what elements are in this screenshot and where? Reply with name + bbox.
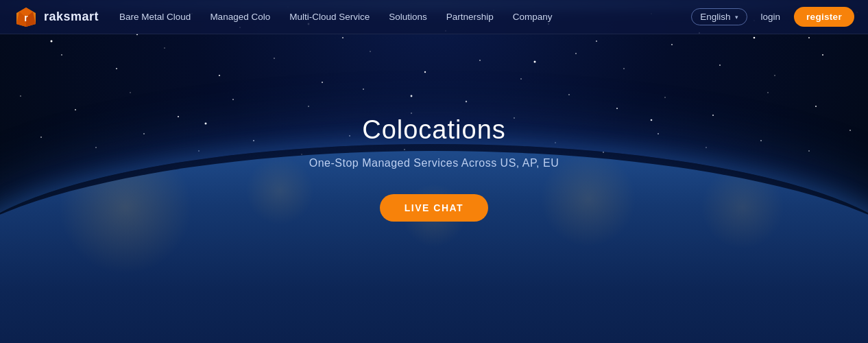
live-chat-button[interactable]: LIVE CHAT — [380, 194, 488, 222]
register-button[interactable]: register — [794, 7, 854, 27]
hero-subtitle: One-Stop Managed Services Across US, AP,… — [309, 157, 559, 169]
logo-area[interactable]: r raksmart — [14, 5, 99, 29]
nav-partnership[interactable]: Partnership — [446, 12, 494, 22]
login-button[interactable]: login — [756, 9, 786, 25]
nav-right: English ▾ login register — [691, 7, 854, 27]
nav-company[interactable]: Company — [513, 12, 553, 22]
nav-solutions[interactable]: Solutions — [389, 12, 427, 22]
svg-text:r: r — [24, 12, 28, 23]
raksmart-logo-icon: r — [14, 5, 38, 29]
nav-multi-cloud-service[interactable]: Multi-Cloud Service — [289, 12, 370, 22]
nav-managed-colo[interactable]: Managed Colo — [210, 12, 270, 22]
language-selector[interactable]: English ▾ — [691, 8, 747, 25]
chevron-down-icon: ▾ — [735, 14, 738, 21]
hero-content: Colocations One-Stop Managed Services Ac… — [0, 34, 868, 343]
hero-title: Colocations — [362, 115, 506, 145]
nav-bare-metal-cloud[interactable]: Bare Metal Cloud — [119, 12, 191, 22]
brand-name: raksmart — [44, 10, 99, 24]
page-wrapper: r raksmart Bare Metal Cloud Managed Colo… — [0, 0, 868, 343]
nav-links: Bare Metal Cloud Managed Colo Multi-Clou… — [119, 12, 691, 22]
language-label: English — [700, 12, 730, 22]
navbar: r raksmart Bare Metal Cloud Managed Colo… — [0, 0, 868, 34]
